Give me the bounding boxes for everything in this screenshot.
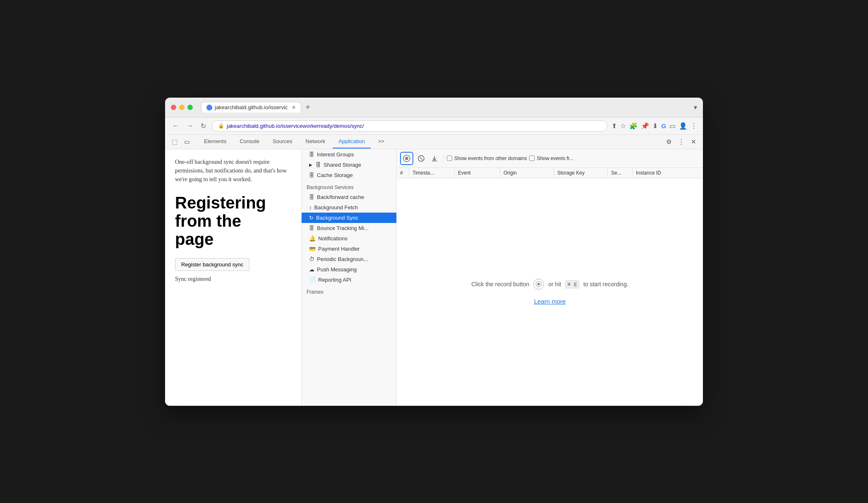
record-inner-icon xyxy=(403,155,410,162)
devtools-settings-icon[interactable]: ⚙ xyxy=(664,135,674,149)
sidebar-item-interest-groups[interactable]: 🗄 Interest Groups xyxy=(302,149,396,160)
sidebar-item-reporting-api[interactable]: 📄 Reporting API xyxy=(302,275,396,285)
sidebar-item-shared-storage[interactable]: ▶ 🗄 Shared Storage xyxy=(302,160,396,170)
tab-network[interactable]: Network xyxy=(300,135,331,149)
sidebar-item-bounce-tracking[interactable]: 🗄 Bounce Tracking Mi... xyxy=(302,223,396,233)
col-se: Se... xyxy=(608,168,633,178)
tab-close-icon[interactable]: ✕ xyxy=(292,105,296,110)
tab-favicon xyxy=(206,105,212,110)
url-bar[interactable]: 🔒 jakearchibald.github.io/isserviceworke… xyxy=(212,120,607,132)
panel-table: # Timestа... Event Origin Storage Key Se… xyxy=(397,168,703,178)
backforward-icon: 🗄 xyxy=(309,194,314,200)
maximize-traffic-light[interactable] xyxy=(187,105,193,110)
register-sync-button[interactable]: Register background sync xyxy=(175,258,249,271)
sidebar-item-periodic-background[interactable]: ⏱ Periodic Backgroun... xyxy=(302,254,396,264)
sidebar-item-background-sync[interactable]: ↻ Background Sync xyxy=(302,213,396,223)
menu-icon[interactable]: ⋮ xyxy=(691,122,697,130)
address-actions: ⬆ ☆ 🧩 📌 ⬇ G ▭ 👤 ⋮ xyxy=(611,122,697,130)
col-timestamp: Timestа... xyxy=(409,168,455,178)
devtools-nav-right: ⚙ ⋮ ✕ xyxy=(664,135,699,149)
tab-elements[interactable]: Elements xyxy=(198,135,232,149)
google-icon[interactable]: G xyxy=(661,122,666,129)
devtools-nav-left: ⬚ ▭ xyxy=(169,135,192,149)
show-events-fr-checkbox[interactable] xyxy=(529,156,535,161)
pin-icon[interactable]: 📌 xyxy=(641,122,649,130)
devtools-panel: Show events from other domains Show even… xyxy=(397,149,703,406)
sync-status: Sync registered xyxy=(175,276,291,283)
active-tab[interactable]: jakearchibald.github.io/isservic ✕ xyxy=(201,102,301,113)
col-hash: # xyxy=(397,168,409,178)
webpage-content: One-off background sync doesn't require … xyxy=(165,149,302,406)
sidebar-item-background-fetch[interactable]: ↕ Background Fetch xyxy=(302,202,396,213)
mini-record-dot xyxy=(537,283,540,285)
new-tab-button[interactable]: + xyxy=(303,102,313,113)
panel-toolbar: Show events from other domains Show even… xyxy=(397,149,703,168)
toolbar-separator xyxy=(443,154,444,163)
forward-button[interactable]: → xyxy=(185,121,195,130)
bounce-tracking-icon: 🗄 xyxy=(309,225,314,231)
extensions-icon[interactable]: 🧩 xyxy=(629,122,638,130)
url-text: jakearchibald.github.io/isserviceworkerr… xyxy=(227,123,601,129)
sidebar-item-payment-handler[interactable]: 💳 Payment Handler xyxy=(302,244,396,254)
devtools-nav: ⬚ ▭ Elements Console Sources Network App… xyxy=(165,135,703,149)
tab-title: jakearchibald.github.io/isservic xyxy=(215,104,288,110)
svg-line-1 xyxy=(420,157,422,160)
tab-application[interactable]: Application xyxy=(333,135,371,149)
sidebar-item-backforward-cache[interactable]: 🗄 Back/forward cache xyxy=(302,192,396,202)
mini-record-inner xyxy=(536,281,542,287)
record-button[interactable] xyxy=(400,152,413,165)
device-toolbar-icon[interactable]: ▭ xyxy=(182,135,192,149)
devtools-sidebar: 🗄 Interest Groups ▶ 🗄 Shared Storage 🗄 C… xyxy=(302,149,397,406)
payment-handler-icon: 💳 xyxy=(309,246,316,252)
refresh-button[interactable]: ↻ xyxy=(199,121,208,131)
webpage-description: One-off background sync doesn't require … xyxy=(175,158,291,184)
table-header: # Timestа... Event Origin Storage Key Se… xyxy=(397,168,703,178)
keyboard-shortcut: ⌘ E xyxy=(565,280,579,288)
browser-window: jakearchibald.github.io/isservic ✕ + ▾ ←… xyxy=(165,98,703,406)
interest-groups-icon: 🗄 xyxy=(309,151,314,158)
col-storage-key: Storage Key xyxy=(554,168,608,178)
devtools-close-icon[interactable]: ✕ xyxy=(688,135,699,149)
title-bar: jakearchibald.github.io/isservic ✕ + ▾ xyxy=(165,98,703,117)
clear-button[interactable] xyxy=(416,153,427,164)
col-origin: Origin xyxy=(500,168,554,178)
empty-state-message: Click the record button or hit ⌘ E to st… xyxy=(471,279,628,290)
frames-label: Frames xyxy=(302,285,396,297)
show-events-fr-checkbox-label[interactable]: Show events fr... xyxy=(529,156,573,161)
back-button[interactable]: ← xyxy=(171,121,181,130)
tab-sources[interactable]: Sources xyxy=(267,135,298,149)
inspect-element-icon[interactable]: ⬚ xyxy=(169,135,180,149)
background-fetch-icon: ↕ xyxy=(309,204,312,211)
learn-more-link[interactable]: Learn more xyxy=(534,298,566,305)
mini-record-icon xyxy=(533,279,544,290)
minimize-traffic-light[interactable] xyxy=(179,105,185,110)
tab-more[interactable]: >> xyxy=(372,135,390,149)
split-view-icon[interactable]: ▭ xyxy=(669,122,676,130)
col-instance-id: Instance ID xyxy=(633,168,703,178)
background-services-label: Background Services xyxy=(302,180,396,192)
download-button[interactable] xyxy=(429,153,440,164)
lock-icon: 🔒 xyxy=(218,123,224,129)
profile-icon[interactable]: 👤 xyxy=(679,122,687,130)
tab-console[interactable]: Console xyxy=(234,135,265,149)
sidebar-item-notifications[interactable]: 🔔 Notifications xyxy=(302,233,396,244)
download-icon[interactable]: ⬇ xyxy=(652,122,658,130)
close-traffic-light[interactable] xyxy=(171,105,176,110)
cache-storage-icon: 🗄 xyxy=(309,172,314,178)
bookmark-icon[interactable]: ☆ xyxy=(620,122,626,130)
webpage-heading: Registering from the page xyxy=(175,194,291,248)
chevron-down-icon[interactable]: ▾ xyxy=(694,103,697,111)
show-other-domains-checkbox[interactable] xyxy=(447,156,452,161)
tab-bar: jakearchibald.github.io/isservic ✕ + xyxy=(201,102,690,113)
share-icon[interactable]: ⬆ xyxy=(611,122,617,130)
sidebar-item-push-messaging[interactable]: ☁ Push Messaging xyxy=(302,264,396,275)
push-messaging-icon: ☁ xyxy=(309,266,314,273)
empty-state: Click the record button or hit ⌘ E to st… xyxy=(397,178,703,406)
show-other-domains-checkbox-label[interactable]: Show events from other domains xyxy=(447,156,527,161)
sidebar-item-cache-storage[interactable]: 🗄 Cache Storage xyxy=(302,170,396,180)
shared-storage-icon: 🗄 xyxy=(316,162,321,168)
main-content: One-off background sync doesn't require … xyxy=(165,149,703,406)
devtools-more-icon[interactable]: ⋮ xyxy=(676,135,687,149)
periodic-background-icon: ⏱ xyxy=(309,256,314,262)
col-event: Event xyxy=(455,168,500,178)
